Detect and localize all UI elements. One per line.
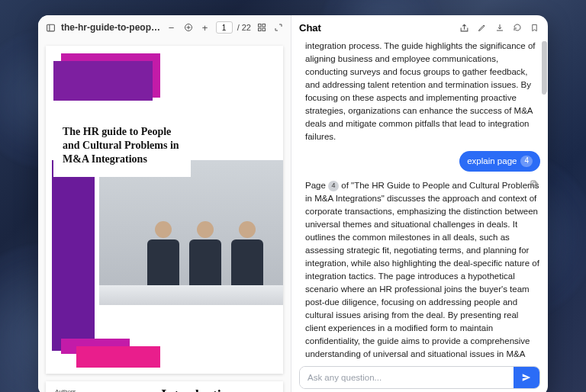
document-title: the-hr-guide-to-people-and... <box>61 22 161 33</box>
assistant-text-prefix: Page <box>305 181 328 190</box>
thumbnails-icon[interactable] <box>256 21 268 34</box>
bookmark-icon[interactable] <box>529 22 540 34</box>
svg-rect-5 <box>259 28 262 31</box>
assistant-message: integration process. The guide highlight… <box>305 40 540 143</box>
cover-title: The HR guide to People and Cultural Prob… <box>63 125 182 166</box>
svg-rect-3 <box>259 24 262 27</box>
refresh-icon[interactable] <box>511 22 523 34</box>
svg-rect-0 <box>47 24 54 31</box>
edit-icon[interactable] <box>476 22 488 34</box>
document-scroll[interactable]: The HR guide to People and Cultural Prob… <box>38 40 291 392</box>
assistant-text-body: of "The HR Guide to People and Cultural … <box>305 181 539 361</box>
chat-messages[interactable]: integration process. The guide highlight… <box>291 40 548 361</box>
copy-icon[interactable] <box>530 179 540 190</box>
assistant-text: integration process. The guide highlight… <box>305 41 536 141</box>
download-icon[interactable] <box>494 22 505 34</box>
cover-decoration <box>53 61 153 101</box>
chat-input-row <box>291 361 548 392</box>
cover-title-box: The HR guide to People and Cultural Prob… <box>53 116 191 177</box>
chat-input-wrap <box>299 366 540 389</box>
app-window: the-hr-guide-to-people-and... − + / 22 <box>38 15 548 392</box>
document-page-1: The HR guide to People and Cultural Prob… <box>46 46 283 374</box>
user-message: explain page 4 <box>305 151 540 172</box>
page-badge: 4 <box>520 156 533 167</box>
document-page-2: Authors Jim McKay Introduction <box>46 381 283 392</box>
send-button[interactable] <box>514 367 539 388</box>
cover-decoration <box>76 346 160 368</box>
chat-scrollbar[interactable] <box>542 41 546 95</box>
share-icon[interactable] <box>459 22 470 34</box>
expand-icon[interactable] <box>272 21 285 34</box>
chat-header: Chat <box>291 15 548 40</box>
authors-block: Authors Jim McKay <box>55 387 85 392</box>
user-prompt-label: explain page <box>467 155 517 168</box>
authors-label: Authors <box>55 387 85 392</box>
cover-decoration <box>52 160 95 351</box>
assistant-message: Page 4 of "The HR Guide to People and Cu… <box>305 179 540 361</box>
page-ref-badge[interactable]: 4 <box>328 181 339 191</box>
document-toolbar: the-hr-guide-to-people-and... − + / 22 <box>38 15 291 40</box>
page-total: / 22 <box>237 23 251 32</box>
zoom-out-icon[interactable]: − <box>166 21 178 34</box>
svg-rect-6 <box>262 28 266 31</box>
introduction-heading: Introduction <box>161 387 236 392</box>
page-number-input[interactable] <box>216 21 233 34</box>
svg-rect-8 <box>531 181 536 185</box>
sidebar-toggle-icon[interactable] <box>44 21 56 34</box>
cover-photo <box>99 160 283 305</box>
svg-rect-7 <box>533 182 537 187</box>
chat-pane: Chat integration process. The guide high… <box>291 15 548 392</box>
document-pane: the-hr-guide-to-people-and... − + / 22 <box>38 15 291 392</box>
chat-input[interactable] <box>300 367 514 388</box>
zoom-in-icon[interactable]: + <box>199 21 211 34</box>
user-prompt-pill[interactable]: explain page 4 <box>459 151 540 172</box>
svg-rect-4 <box>262 24 266 27</box>
zoom-reset-icon[interactable] <box>182 21 195 34</box>
chat-title: Chat <box>299 22 452 34</box>
